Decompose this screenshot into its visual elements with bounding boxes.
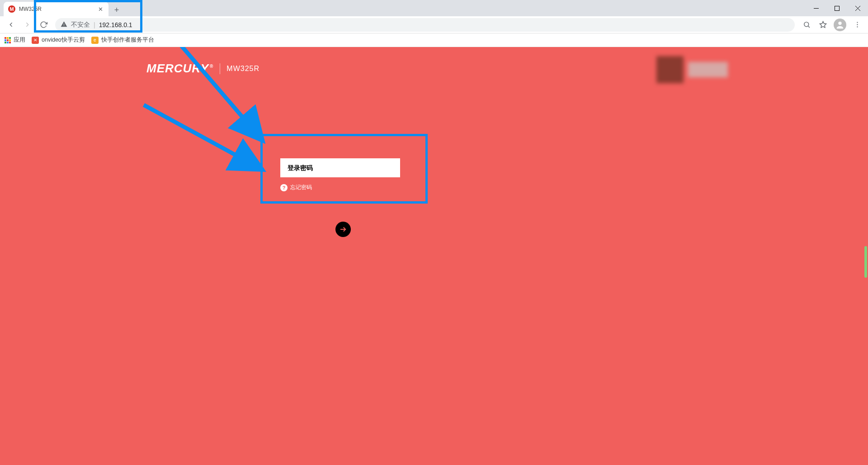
annotation-arrows [0, 47, 678, 228]
window-minimize-button[interactable] [806, 0, 826, 16]
svg-line-5 [808, 26, 809, 28]
user-info-blurred [656, 55, 732, 84]
svg-point-4 [804, 22, 808, 27]
zoom-icon[interactable] [799, 18, 814, 32]
bookmark-apps[interactable]: 应用 [5, 36, 25, 44]
forgot-password-link[interactable]: ? 忘记密码 [280, 184, 400, 191]
password-input[interactable] [280, 158, 400, 177]
bookmark-star-icon[interactable] [816, 18, 830, 32]
svg-point-7 [838, 21, 841, 24]
nav-reload-button[interactable] [36, 18, 51, 32]
profile-avatar-button[interactable] [834, 19, 846, 31]
bookmark-item-1[interactable]: e 快手创作者服务平台 [91, 36, 154, 44]
omnibox-separator: | [94, 21, 95, 28]
bookmark-favicon-0: ✕ [32, 37, 39, 44]
url-text: 192.168.0.1 [99, 21, 132, 28]
bookmark-label-0: onvideo快手云剪 [42, 36, 85, 44]
help-icon: ? [280, 184, 288, 191]
not-secure-icon [61, 21, 67, 29]
window-maximize-button[interactable] [826, 0, 847, 16]
browser-toolbar: 不安全 | 192.168.0.1 [0, 16, 868, 33]
browser-menu-button[interactable] [850, 18, 864, 32]
scrollbar-thumb[interactable] [864, 246, 867, 278]
bookmark-favicon-1: e [91, 37, 99, 44]
nav-back-button[interactable] [4, 18, 18, 32]
page-scrollbar[interactable] [861, 47, 868, 465]
window-controls [806, 0, 868, 16]
forgot-password-label: 忘记密码 [290, 184, 312, 191]
nav-forward-button[interactable] [20, 18, 34, 32]
bookmark-item-0[interactable]: ✕ onvideo快手云剪 [32, 36, 85, 44]
arrow-right-icon [339, 225, 347, 233]
tab-close-icon[interactable]: ✕ [97, 5, 104, 13]
browser-tab-active[interactable]: M MW325R ✕ [4, 2, 108, 16]
address-bar[interactable]: 不安全 | 192.168.0.1 [55, 18, 795, 32]
svg-point-8 [857, 22, 858, 23]
brand-model: MW325R [226, 65, 259, 73]
brand-header: MERCURY® MW325R [146, 62, 259, 76]
svg-point-9 [857, 24, 858, 25]
security-label: 不安全 [71, 21, 90, 29]
tab-title: MW325R [19, 6, 93, 12]
window-close-button[interactable] [847, 0, 868, 16]
brand-separator [220, 63, 220, 74]
bookmark-label-1: 快手创作者服务平台 [101, 36, 154, 44]
new-tab-button[interactable]: + [110, 4, 123, 16]
svg-line-13 [144, 105, 263, 170]
login-submit-button[interactable] [335, 222, 351, 237]
brand-logo: MERCURY® [146, 62, 213, 76]
apps-grid-icon [5, 37, 11, 43]
router-login-page: MERCURY® MW325R ? 忘记密码 [0, 47, 868, 465]
browser-tab-strip: M MW325R ✕ + [0, 0, 868, 16]
svg-marker-6 [820, 21, 826, 27]
svg-point-10 [857, 26, 858, 27]
svg-rect-1 [835, 6, 839, 10]
bookmark-apps-label: 应用 [14, 36, 25, 44]
bookmarks-bar: 应用 ✕ onvideo快手云剪 e 快手创作者服务平台 [0, 33, 868, 47]
tab-favicon: M [8, 5, 15, 13]
login-form: ? 忘记密码 [280, 158, 400, 191]
